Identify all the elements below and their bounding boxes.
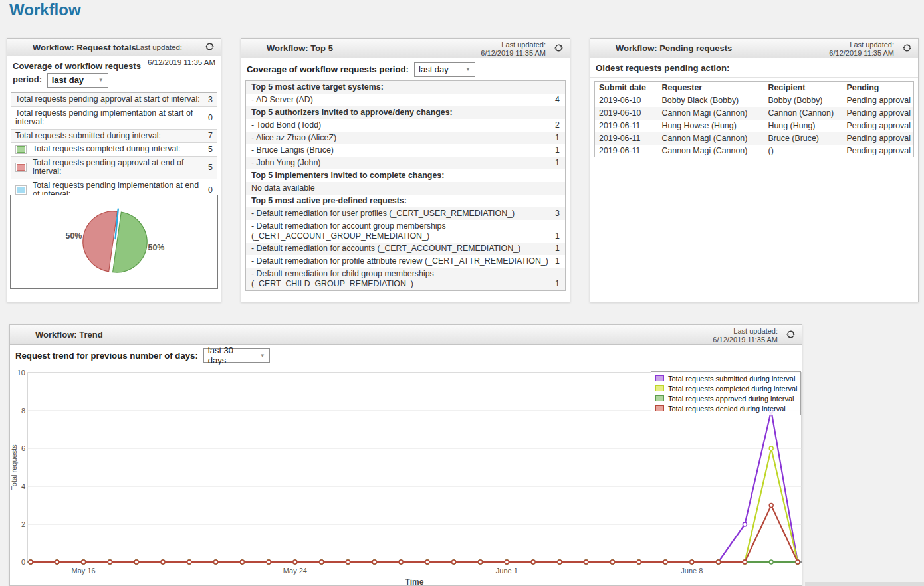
stat-value: 5: [208, 163, 213, 172]
item-count: 1: [555, 231, 560, 241]
top5-list-item: - Default remediation for profile attrib…: [246, 255, 565, 268]
chevron-down-icon: ▼: [465, 66, 471, 72]
table-cell: Pending approval: [843, 132, 914, 145]
svg-text:10: 10: [17, 369, 25, 377]
legend-swatch-icon: [655, 375, 664, 381]
table-cell: 2019-06-11: [595, 120, 658, 132]
panel-pending-requests: Workflow: Pending requests Last updated:…: [590, 38, 919, 302]
stat-label: Total requests pending approval at end o…: [33, 157, 204, 178]
pending-table-wrap: Submit dateRequesterRecipientPending 201…: [594, 81, 914, 157]
pie-chart: 50%50%: [11, 195, 217, 288]
table-cell: 2019-06-10: [595, 107, 658, 120]
period-label: Coverage of workflow requests period: la…: [13, 60, 167, 88]
column-header: Requester: [658, 82, 764, 94]
pending-heading: Oldest requests pending action:: [590, 58, 918, 78]
last-updated-timestamp: 6/12/2019 11:35 AM: [713, 336, 778, 344]
panel-title: Workflow: Pending requests: [616, 39, 732, 58]
top5-section-header: Top 5 most active pre-defined requests:: [246, 195, 565, 207]
refresh-button[interactable]: [784, 328, 797, 341]
svg-text:0: 0: [21, 558, 25, 566]
table-cell: Pending approval: [843, 94, 914, 107]
request-totals-controls: 6/12/2019 11:35 AM Coverage of workflow …: [7, 56, 221, 91]
legend-swatch-icon: [655, 395, 664, 401]
refresh-button[interactable]: [203, 41, 216, 54]
table-cell: Bobby Black (Bobby): [658, 94, 764, 107]
column-header: Pending: [843, 82, 914, 94]
top5-list-item: - Alice az Zhao (AliceZ)1: [246, 132, 565, 144]
item-label: - Bruce Langis (Bruce): [251, 146, 555, 155]
legend-entry: Total requests completed during interval: [654, 383, 798, 393]
trend-legend: Total requests submitted during interval…: [651, 371, 801, 415]
pending-table: Submit dateRequesterRecipientPending 201…: [594, 81, 914, 157]
table-cell: Cannon (Cannon): [764, 107, 843, 120]
refresh-icon: [902, 43, 912, 52]
legend-entry: Total requests approved during interval: [654, 393, 798, 403]
panel-trend-header: Workflow: Trend Last updated: 6/12/2019 …: [10, 325, 802, 345]
stat-label: Total requests pending approval at start…: [15, 94, 204, 106]
period-label: Coverage of workflow requests period:: [247, 64, 409, 74]
item-label: Top 5 most active target systems:: [251, 82, 560, 92]
svg-text:50%: 50%: [66, 231, 82, 241]
request-totals-stats: Total requests pending approval at start…: [11, 92, 217, 202]
item-label: Top 5 authorizers invited to approve/den…: [251, 108, 560, 118]
item-label: - John Yung (John): [251, 158, 555, 168]
top5-list-item: - Bruce Langis (Bruce)1: [246, 144, 565, 157]
table-cell: Cannon Magi (Cannon): [658, 145, 764, 157]
item-count: 2: [555, 120, 560, 130]
table-cell: Hung (Hung): [764, 120, 843, 132]
panel-title: Workflow: Top 5: [267, 39, 333, 58]
svg-text:Total requests: Total requests: [10, 444, 18, 490]
green-swatch-icon: [15, 145, 27, 154]
stat-row: Total requests pending approval at start…: [11, 93, 217, 107]
svg-text:6: 6: [21, 444, 25, 452]
legend-label: Total requests submitted during interval: [668, 375, 795, 383]
period-select[interactable]: last day ▼: [47, 73, 108, 88]
stat-row: Total requests submitted during interval…: [11, 130, 217, 144]
refresh-icon: [205, 42, 215, 52]
item-label: - Default remediation for child group me…: [251, 269, 555, 289]
top5-controls: Coverage of workflow requests period: la…: [241, 58, 570, 80]
last-updated: Last updated: 6/12/2019 11:35 AM: [713, 327, 778, 343]
legend-label: Total requests approved during interval: [668, 395, 794, 403]
item-count: 1: [555, 279, 560, 289]
item-label: No data available: [251, 183, 560, 193]
refresh-button[interactable]: [901, 42, 913, 54]
stat-value: 3: [208, 95, 213, 104]
item-label: - Default remediation for user profiles …: [251, 209, 555, 219]
top5-section-header: Top 5 authorizers invited to approve/den…: [246, 106, 565, 119]
item-count: 4: [555, 95, 560, 105]
item-count: 1: [555, 158, 560, 168]
table-row: 2019-06-11Cannon Magi (Cannon)()Pending …: [595, 145, 914, 157]
panel-title: Workflow: Request totals: [33, 39, 136, 56]
horizontal-scrollbar[interactable]: [805, 582, 924, 586]
item-count: 1: [555, 146, 560, 155]
top5-list-item: No data available: [246, 182, 565, 195]
refresh-button[interactable]: [552, 42, 565, 54]
item-label: - Todd Bond (Todd): [251, 120, 555, 130]
item-count: 1: [555, 244, 560, 254]
stat-value: 0: [208, 113, 213, 122]
last-updated-timestamp: 6/12/2019 11:35 AM: [829, 49, 894, 58]
legend-swatch-icon: [655, 385, 664, 391]
item-label: - Default remediation for accounts (_CER…: [251, 244, 555, 254]
svg-text:Time: Time: [405, 577, 424, 586]
chevron-down-icon: ▼: [98, 74, 104, 87]
period-select-value: last day: [419, 64, 449, 74]
svg-text:2: 2: [21, 520, 25, 528]
trend-days-select[interactable]: last 30 days ▼: [203, 348, 270, 363]
period-select-value: last day: [52, 74, 84, 87]
stat-row: Total requests pending approval at end o…: [11, 157, 217, 179]
stat-row: Total requests pending implementation at…: [11, 107, 217, 130]
table-cell: Bruce (Bruce): [764, 132, 843, 145]
legend-entry: Total requests submitted during interval: [654, 373, 798, 383]
period-select[interactable]: last day ▼: [414, 62, 475, 77]
svg-text:4: 4: [21, 482, 25, 490]
legend-label: Total requests completed during interval: [668, 385, 797, 393]
stat-label: Total requests pending implementation at…: [15, 108, 204, 128]
table-cell: 2019-06-11: [595, 132, 658, 145]
last-updated-label: Last updated:: [829, 41, 894, 49]
item-label: - Default remediation for profile attrib…: [251, 256, 555, 266]
panel-trend: Workflow: Trend Last updated: 6/12/2019 …: [9, 324, 802, 586]
item-count: 3: [555, 209, 560, 219]
last-updated: Last updated: 6/12/2019 11:35 AM: [829, 41, 894, 57]
